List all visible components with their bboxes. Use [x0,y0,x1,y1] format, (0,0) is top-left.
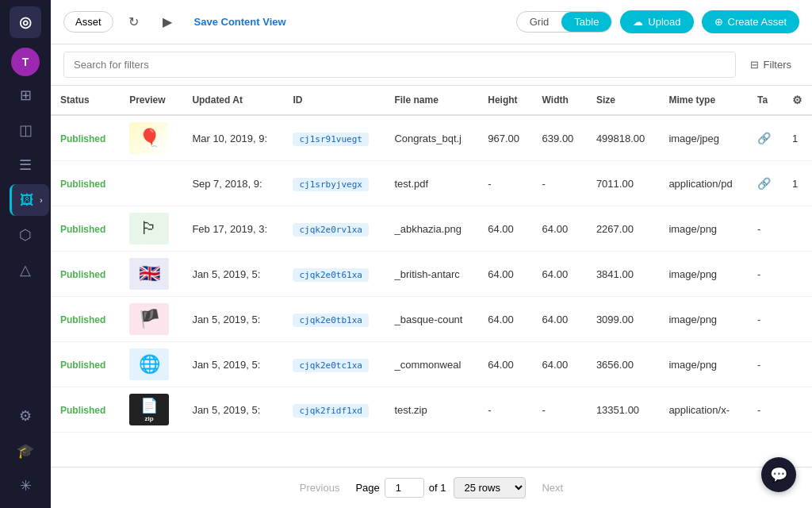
cell-extra [783,342,812,387]
status-badge: Published [60,224,105,235]
sidebar-item-list[interactable]: ☰ [10,149,41,181]
table-header-row: Status Preview Updated At ID File name H… [51,86,812,115]
cell-tag: - [748,252,783,297]
cell-status: Published [51,387,120,433]
sidebar-item-asterisk[interactable]: ✳ [10,470,41,502]
cell-mime: application/x- [659,387,748,433]
cell-mime: image/png [659,252,748,297]
cell-size: 2267.00 [587,206,660,252]
sidebar-item-home[interactable]: ⊞ [10,79,41,111]
cell-updated-at: Jan 5, 2019, 5: [182,342,283,387]
next-button[interactable]: Next [534,478,571,498]
cell-filename: test.zip [385,387,478,433]
sidebar-item-settings[interactable]: ⚙ [10,400,41,432]
filter-search-input[interactable] [63,52,736,78]
asset-id[interactable]: cjqk2e0tb1xa [293,314,368,327]
asset-table: Status Preview Updated At ID File name H… [51,86,812,433]
sidebar-item-image[interactable]: 🖼 › [10,184,41,216]
cell-id: cj1srbyjvegx [283,161,385,206]
asset-id[interactable]: cjqk2e0rv1xa [293,223,368,237]
cell-mime: application/pd [659,161,748,206]
cell-extra: 1 [783,115,812,161]
play-button[interactable]: ▶ [155,10,180,35]
cell-updated-at: Jan 5, 2019, 5: [182,252,283,297]
chat-bubble[interactable]: 💬 [761,457,796,492]
asset-id[interactable]: cj1srbyjvegx [293,178,368,191]
grid-view-button[interactable]: Grid [517,12,562,32]
preview-flag: 🏴 [129,303,169,335]
cell-tag: - [748,297,783,342]
cell-id: cjqk2e0t61xa [283,252,385,297]
avatar[interactable]: T [11,48,40,76]
sidebar-item-layers[interactable]: ◫ [10,114,41,146]
sidebar: ◎ T ⊞ ◫ ☰ 🖼 › ⬡ △ ⚙ 🎓 ✳ [0,0,51,508]
table-view-button[interactable]: Table [561,12,611,32]
upload-button[interactable]: ☁ Upload [620,10,693,33]
cell-tag: - [748,206,783,252]
cell-filename: _commonweal [385,342,478,387]
col-size: Size [587,86,660,115]
asset-pill[interactable]: Asset [63,11,113,33]
asset-id[interactable]: cjqk2e0t61xa [293,268,368,282]
preview-zip: 📄zip [129,394,169,425]
cell-width: - [533,161,587,206]
cell-status: Published [51,206,120,252]
filters-button[interactable]: ⊟ Filters [742,54,799,75]
col-tag: Ta [748,86,783,115]
cell-filename: _british-antarc [385,252,478,297]
asset-id[interactable]: cjqk2fidf1xd [293,404,368,418]
sidebar-item-network[interactable]: ⬡ [10,219,41,251]
cell-updated-at: Sep 7, 2018, 9: [182,161,283,206]
cell-size: 13351.00 [587,387,660,433]
create-asset-button[interactable]: ⊕ Create Asset [702,10,799,33]
cell-height: 64.00 [478,206,532,252]
cell-filename: _basque-count [385,297,478,342]
sidebar-item-triangle[interactable]: △ [10,254,41,286]
cell-preview: 🌐 [120,342,182,387]
col-updated-at[interactable]: Updated At [182,86,283,115]
rows-per-page-select[interactable]: 25 rows 10 rows 50 rows 100 rows [454,477,526,498]
cell-size: 3656.00 [587,342,660,387]
cell-preview: 🏴 [120,297,182,342]
status-badge: Published [60,179,105,190]
table-row: Published🇬🇧Jan 5, 2019, 5:cjqk2e0t61xa_b… [51,252,812,297]
cell-height: 64.00 [478,297,532,342]
link-icon[interactable]: 🔗 [757,132,771,144]
cell-height: 967.00 [478,115,532,161]
cell-width: 64.00 [533,252,587,297]
app-logo[interactable]: ◎ [10,6,41,38]
cell-extra [783,252,812,297]
cell-tag: 🔗 [748,161,783,206]
cell-mime: image/jpeg [659,115,748,161]
cell-mime: image/png [659,206,748,252]
cell-height: - [478,387,532,433]
save-content-view-button[interactable]: Save Content View [188,12,293,32]
table-row: PublishedSep 7, 2018, 9:cj1srbyjvegxtest… [51,161,812,206]
col-width: Width [533,86,587,115]
upload-icon: ☁ [633,16,643,28]
sidebar-item-graduation[interactable]: 🎓 [10,435,41,467]
status-badge: Published [60,314,105,325]
page-label: Page [355,482,379,494]
column-settings-icon[interactable]: ⚙ [792,94,802,106]
status-badge: Published [60,405,105,416]
cell-id: cjqk2fidf1xd [283,387,385,433]
preview-empty [129,167,169,199]
main-content: Asset ↻ ▶ Save Content View Grid Table ☁… [51,0,812,508]
cell-width: 64.00 [533,297,587,342]
preview-flag: 🌐 [129,348,169,380]
cell-updated-at: Jan 5, 2019, 5: [182,387,283,433]
col-settings[interactable]: ⚙ [783,86,812,115]
table-row: Published🏴Jan 5, 2019, 5:cjqk2e0tb1xa_ba… [51,297,812,342]
asset-id[interactable]: cjqk2e0tc1xa [293,359,368,372]
refresh-button[interactable]: ↻ [121,10,147,35]
link-icon[interactable]: 🔗 [757,177,771,190]
table-row: Published📄zipJan 5, 2019, 5:cjqk2fidf1xd… [51,387,812,433]
previous-button[interactable]: Previous [292,478,348,498]
cell-width: 639.00 [533,115,587,161]
page-number-input[interactable] [385,478,424,498]
cell-updated-at: Feb 17, 2019, 3: [182,206,283,252]
cell-size: 7011.00 [587,161,660,206]
asset-id[interactable]: cj1sr91vuegt [293,133,368,146]
sidebar-expand-btn[interactable]: › [33,184,49,216]
